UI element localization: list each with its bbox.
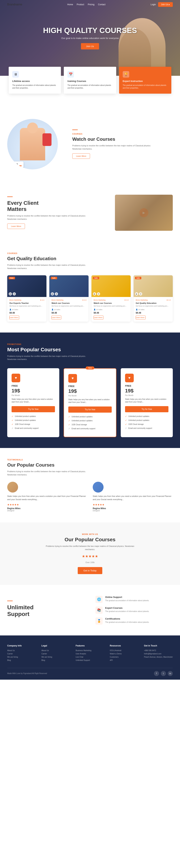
course-desc: We focus on ergonomics and marketing pro… <box>52 305 86 307</box>
course-desc: We focus on ergonomics and marketing pro… <box>136 305 171 307</box>
x-icon: ✗ <box>125 427 127 430</box>
course-card: Sale ▶ ⏸ Bronx Marketing ★ 4.3 Get Quali… <box>133 275 173 322</box>
cta-btn[interactable]: Get in Today <box>78 567 102 574</box>
social-icon-t[interactable]: t <box>161 671 166 676</box>
cta-title: Our Popular Courses <box>7 537 173 542</box>
footer-link[interactable]: IOS & Android <box>110 650 138 651</box>
footer-link[interactable]: Carrier <box>42 653 70 655</box>
course-image: Sale ▶ ⏸ <box>49 275 88 297</box>
footer-link[interactable]: About Us <box>7 650 36 651</box>
pricing-icon: ♥ <box>125 374 134 382</box>
course-card: Sale ▶ ⏸ Bronx Marketing ★ 4.3 Watch our… <box>49 275 88 322</box>
try-btn[interactable]: Try for free <box>68 406 112 413</box>
new-badge: New <box>86 366 94 370</box>
course-learn-btn[interactable]: Learn More › <box>136 315 146 319</box>
footer-link[interactable]: Business Marketing <box>76 650 104 651</box>
footer-link[interactable]: Carrier <box>7 653 36 655</box>
social-icon-in[interactable]: in <box>168 671 173 676</box>
footer-col-title: Company Info <box>7 645 36 647</box>
course-learn-btn[interactable]: Learn More › <box>9 315 19 319</box>
nav-login[interactable]: Login <box>151 3 156 6</box>
watch-title: Watch our Courses <box>72 136 173 142</box>
footer-link[interactable]: +886 595 8472 <box>144 650 173 651</box>
try-btn[interactable]: Try for free <box>125 406 169 412</box>
course-desc: We focus on ergonomics and marketing pro… <box>9 305 44 307</box>
pause-ctrl[interactable]: ⏸ <box>55 292 58 296</box>
course-price: $9.48 <box>94 312 128 314</box>
testimonials-section: Testimonials Our Popular Courses Problem… <box>0 448 180 523</box>
quality-label: Courses <box>7 252 173 254</box>
pause-ctrl[interactable]: ⏸ <box>12 292 16 296</box>
try-btn[interactable]: Try for free <box>11 406 55 412</box>
client-section: Every Client Matters Problems trying to … <box>0 184 180 242</box>
social-icon-f[interactable]: f <box>154 671 159 676</box>
footer-link[interactable]: API <box>110 659 138 661</box>
expert-icon: 🏆 <box>123 71 129 78</box>
nav-actions: Login Join Us ▸ <box>151 2 173 7</box>
training-icon: 📅 <box>68 71 74 78</box>
footer-col: LegalAbout UsCarrierWe are hiringBlog <box>42 645 70 662</box>
testimonials-desc: Problems trying to resolve the conflict … <box>7 470 94 476</box>
pricing-desc: Problems trying to resolve the conflict … <box>7 355 94 361</box>
feature-card-training: 📅 training Courses The gradual accumulat… <box>64 67 116 94</box>
hero-cta-btn[interactable]: Join Us <box>81 43 99 50</box>
client-learn-more[interactable]: Learn More <box>7 223 25 229</box>
footer-link[interactable]: We are hiring <box>7 656 36 658</box>
watch-learn-more[interactable]: Learn More <box>72 153 90 159</box>
cta-section: WORK WITH US Our Popular Courses Problem… <box>0 523 180 585</box>
testimonials-grid: Static helps you from free when you need… <box>7 482 173 512</box>
footer-link[interactable]: Blog <box>7 659 36 661</box>
footer-link[interactable]: About Us <box>42 650 70 651</box>
pause-ctrl[interactable]: ⏸ <box>97 292 100 296</box>
feature-item: ✗ Email and community support <box>125 427 169 430</box>
unlimited-cards: 🌐 Online Support The gradual accumulatio… <box>96 596 173 625</box>
footer-link[interactable]: Watch a Demo <box>110 653 138 655</box>
footer-link[interactable]: hello@figmaland.com <box>144 653 173 655</box>
feature-list: ✓ Unlimited product updates ✓ Unlimited … <box>11 415 55 430</box>
feature-item: ✗ Email and community support <box>68 427 112 430</box>
footer-link[interactable]: User Analytic <box>76 653 104 655</box>
course-learn-btn[interactable]: Learn More › <box>94 315 103 319</box>
course-image: Sale ▶ ⏸ <box>133 275 173 297</box>
media-controls: ▶ ⏸ <box>135 292 142 296</box>
check-icon: ✓ <box>11 423 14 426</box>
video-placeholder[interactable]: ▶ <box>115 195 173 231</box>
pause-ctrl[interactable]: ⏸ <box>139 292 142 296</box>
feature-item: ✓ 1GB Cloud storage <box>125 423 169 426</box>
footer-link[interactable]: Live Chat <box>76 656 104 658</box>
feature-text: Unlimited product updates <box>15 415 36 417</box>
play-ctrl[interactable]: ▶ <box>135 292 138 296</box>
nav-join-btn[interactable]: Join Us ▸ <box>158 2 173 7</box>
unlimited-text: Unlimited Support <box>7 600 84 620</box>
footer-link[interactable]: Blog <box>42 659 70 661</box>
feature-item: ✓ Unlimited product updates <box>11 415 55 418</box>
course-title: Get Quality Education <box>136 302 171 304</box>
quality-section: Courses Get Quality Education Problems t… <box>0 242 180 333</box>
nav-product[interactable]: Product <box>77 3 84 6</box>
course-title: Watch our Courses <box>52 302 86 304</box>
play-ctrl[interactable]: ▶ <box>93 292 96 296</box>
courses-grid: New ▶ ⏸ Bronx Marketing ★ 4.3 Our Expert… <box>7 275 173 322</box>
footer-link[interactable]: Customers <box>110 656 138 658</box>
nav-home[interactable]: Home <box>67 3 73 6</box>
quality-title: Get Quality Education <box>7 256 173 261</box>
feature-text: Unlimited product updates <box>15 419 36 421</box>
course-learn-btn[interactable]: Learn More › <box>52 315 61 319</box>
footer-link[interactable]: Peach Avenue, Avision, Manchester <box>144 656 173 658</box>
pricing-period: Per Month <box>11 394 55 396</box>
nav-contact[interactable]: Contact <box>98 3 105 6</box>
pricing-tagline: Static helps you very free when you need… <box>68 398 112 404</box>
feature-item: ✓ Unlimited product updates <box>125 419 169 422</box>
course-category: Bronx Marketing <box>9 299 21 301</box>
footer-link[interactable]: Unlimited Support <box>76 659 104 661</box>
nav-pricing[interactable]: Pricing <box>88 3 95 6</box>
feature-text: Unlimited product updates <box>72 416 93 418</box>
play-ctrl[interactable]: ▶ <box>51 292 54 296</box>
footer-copy: Made With Love by Figmaland All Right Re… <box>7 673 47 674</box>
play-ctrl[interactable]: ▶ <box>9 292 12 296</box>
check-icon: ✓ <box>125 415 127 418</box>
pricing-tagline: Static helps you very free when you need… <box>125 398 169 403</box>
pricing-price: 19$ <box>11 388 55 394</box>
footer-link[interactable]: We are hiring <box>42 656 70 658</box>
testimonial-stars: ★★★★★ <box>93 503 173 506</box>
